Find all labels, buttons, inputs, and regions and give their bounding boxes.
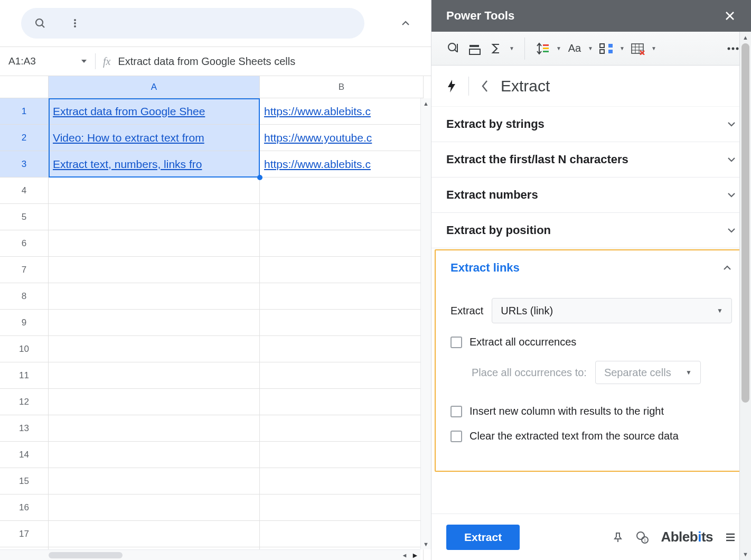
split-icon[interactable] <box>598 40 615 57</box>
row-header[interactable]: 12 <box>0 389 49 415</box>
section-header[interactable]: Extract links <box>436 250 747 285</box>
scroll-thumb[interactable] <box>741 43 749 403</box>
horizontal-scrollbar[interactable]: ◄ ► <box>0 549 420 560</box>
row-header[interactable]: 4 <box>0 178 49 204</box>
brand-logo[interactable]: Ablebits <box>661 529 713 545</box>
back-icon[interactable] <box>481 79 489 93</box>
cell[interactable] <box>260 336 424 362</box>
name-box[interactable]: A1:A3 <box>8 55 88 67</box>
row-header[interactable]: 2 <box>0 125 49 151</box>
cell[interactable] <box>260 230 424 257</box>
checkbox-clear-source[interactable] <box>450 431 462 442</box>
cell[interactable] <box>49 178 260 204</box>
checkbox-insert-column[interactable] <box>450 406 462 417</box>
scroll-down-icon[interactable]: ▼ <box>740 548 751 560</box>
cell[interactable] <box>49 468 260 494</box>
cell-A3[interactable]: Extract text, numbers, links fro <box>49 151 260 178</box>
row-header[interactable]: 5 <box>0 204 49 230</box>
cell[interactable] <box>260 178 424 204</box>
cell[interactable] <box>49 362 260 389</box>
section-header[interactable]: Extract the first/last N characters <box>431 142 751 177</box>
scroll-down-icon[interactable]: ▼ <box>421 539 431 549</box>
col-header-B[interactable]: B <box>260 76 424 98</box>
section-header[interactable]: Extract numbers <box>431 178 751 212</box>
row-header[interactable]: 14 <box>0 442 49 468</box>
cell[interactable] <box>260 521 424 547</box>
cell[interactable] <box>260 494 424 521</box>
cell[interactable] <box>49 336 260 362</box>
vertical-scrollbar[interactable]: ▲ ▼ <box>420 98 431 549</box>
cell-A1[interactable]: Extract data from Google Shee <box>49 98 260 125</box>
row-header[interactable]: 13 <box>0 415 49 442</box>
clear-icon[interactable] <box>630 40 646 57</box>
dropdown-icon[interactable]: ▼ <box>587 45 594 51</box>
cell[interactable] <box>260 283 424 310</box>
sum-icon[interactable] <box>487 40 504 57</box>
name-box-dropdown-icon[interactable] <box>80 58 88 65</box>
dropdown-icon[interactable]: ▼ <box>651 45 657 51</box>
text-icon[interactable]: Aa <box>566 40 583 57</box>
cell[interactable] <box>49 204 260 230</box>
cell[interactable] <box>260 310 424 336</box>
outer-scrollbar[interactable]: ▲ ▼ <box>739 32 751 560</box>
formula-text[interactable]: Extract data from Google Sheets cells <box>118 55 295 68</box>
row-header[interactable]: 8 <box>0 283 49 310</box>
info-icon[interactable]: i <box>635 530 649 544</box>
row-header[interactable]: 15 <box>0 468 49 494</box>
cell[interactable] <box>49 494 260 521</box>
checkbox-all-occurrences[interactable] <box>450 337 462 348</box>
place-select[interactable]: Separate cells ▼ <box>595 361 701 384</box>
row-header[interactable]: 16 <box>0 494 49 521</box>
row-header[interactable]: 17 <box>0 521 49 547</box>
scroll-left-icon[interactable]: ◄ <box>399 552 410 558</box>
scroll-right-icon[interactable]: ► <box>410 551 420 559</box>
cell[interactable] <box>49 521 260 547</box>
row-header[interactable]: 1 <box>0 98 49 125</box>
cell[interactable] <box>49 257 260 283</box>
compare-icon[interactable] <box>466 40 483 57</box>
cell[interactable] <box>49 442 260 468</box>
cell[interactable] <box>49 230 260 257</box>
cell[interactable] <box>260 442 424 468</box>
row-header[interactable]: 3 <box>0 151 49 178</box>
cell[interactable] <box>49 415 260 442</box>
cell[interactable] <box>260 362 424 389</box>
cell-B3[interactable]: https://www.ablebits.c <box>260 151 424 178</box>
extract-button[interactable]: Extract <box>446 525 520 550</box>
cell-A2[interactable]: Video: How to extract text from <box>49 125 260 151</box>
row-header[interactable]: 10 <box>0 336 49 362</box>
row-header[interactable]: 11 <box>0 362 49 389</box>
select-all-corner[interactable] <box>0 76 49 98</box>
close-icon[interactable] <box>724 10 736 22</box>
bolt-icon[interactable] <box>446 79 457 94</box>
cell[interactable] <box>260 257 424 283</box>
cell-B2[interactable]: https://www.youtube.c <box>260 125 424 151</box>
col-header-A[interactable]: A <box>49 76 260 98</box>
menu-icon[interactable] <box>725 531 736 543</box>
section-header[interactable]: Extract by strings <box>431 107 751 142</box>
cell[interactable] <box>260 415 424 442</box>
scroll-up-icon[interactable]: ▲ <box>740 32 751 43</box>
scroll-up-icon[interactable]: ▲ <box>421 98 431 109</box>
dedupe-icon[interactable] <box>445 40 462 57</box>
cell[interactable] <box>260 389 424 415</box>
sort-icon[interactable] <box>534 40 551 57</box>
more-vert-icon[interactable] <box>65 14 85 33</box>
search-icon[interactable] <box>31 14 50 33</box>
row-header[interactable]: 7 <box>0 257 49 283</box>
cell[interactable] <box>260 468 424 494</box>
dropdown-icon[interactable]: ▼ <box>556 45 562 51</box>
cell[interactable] <box>49 389 260 415</box>
row-header[interactable]: 6 <box>0 230 49 257</box>
collapse-toolbar-icon[interactable] <box>396 14 415 33</box>
extract-type-select[interactable]: URLs (link) ▼ <box>492 298 732 323</box>
dropdown-icon[interactable]: ▼ <box>509 45 515 51</box>
grid[interactable]: A B 1 Extract data from Google Shee http… <box>0 76 424 560</box>
scroll-thumb[interactable] <box>49 552 123 558</box>
pin-icon[interactable] <box>612 531 624 543</box>
dropdown-icon[interactable]: ▼ <box>619 45 625 51</box>
cell[interactable] <box>260 204 424 230</box>
cell[interactable] <box>49 310 260 336</box>
row-header[interactable]: 9 <box>0 310 49 336</box>
section-header[interactable]: Extract by position <box>431 213 751 248</box>
